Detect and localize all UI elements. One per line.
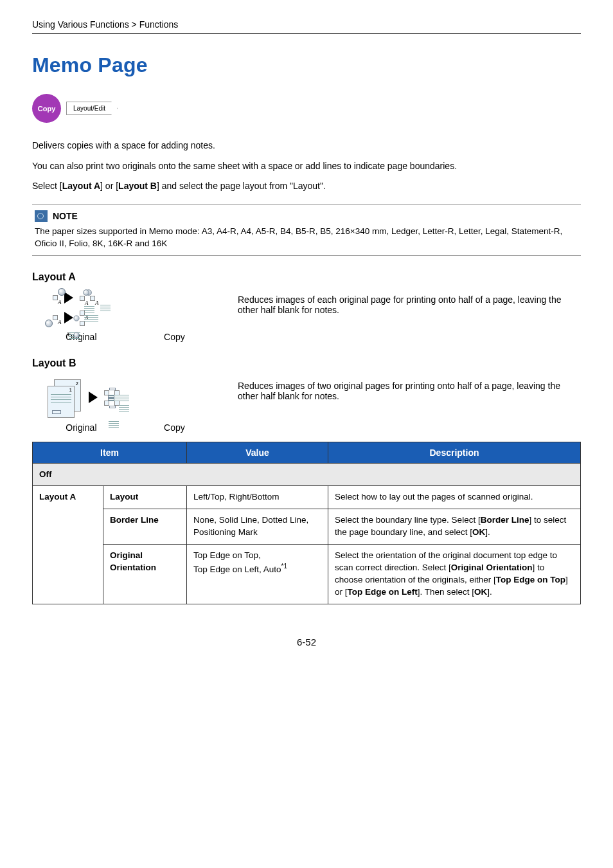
intro-p1: Delivers copies with a space for adding … (32, 140, 581, 152)
note-body: The paper sizes supported in Memo mode: … (35, 226, 578, 250)
cell-value: Left/Top, Right/Bottom (187, 486, 328, 509)
stacked-original-icon: 2 1 (45, 378, 84, 417)
layout-b-diagram: 2 1 Original Copy (32, 378, 218, 433)
arrow-icon (64, 292, 73, 303)
note-icon (35, 210, 48, 222)
layout-edit-badge: Layout/Edit (66, 102, 118, 115)
layout-b-heading: Layout B (32, 357, 581, 369)
cell-item: Layout (103, 486, 187, 509)
cell-desc: Select the boundary line type. Select [B… (328, 509, 581, 545)
intro-p3: Select [Layout A] or [Layout B] and sele… (32, 180, 581, 193)
layout-a-desc: Reduces images of each original page for… (238, 292, 581, 315)
arrow-icon (64, 312, 73, 323)
cell-item: Original Orientation (103, 545, 187, 604)
arrow-icon (89, 392, 98, 403)
cell-item: Border Line (103, 509, 187, 545)
row-off: Off (33, 463, 581, 486)
th-item: Item (33, 442, 187, 463)
th-value: Value (187, 442, 328, 463)
breadcrumb-divider (32, 33, 581, 34)
label-copy: Copy (164, 332, 185, 342)
note-label: NOTE (53, 211, 78, 221)
intro-p2: You can also print two originals onto th… (32, 160, 581, 173)
layout-b-desc: Reduces images of two original pages for… (238, 378, 581, 401)
copy-badge: Copy (32, 94, 61, 123)
cell-value: None, Solid Line, Dotted Line, Positioni… (187, 509, 328, 545)
label-original: Original (66, 422, 96, 433)
layout-a-diagram: A A A A A A Original Copy (32, 292, 218, 342)
th-desc: Description (328, 442, 581, 463)
cell-desc: Select how to lay out the pages of scann… (328, 486, 581, 509)
options-table: Item Value Description Off Layout A Layo… (32, 442, 581, 604)
cell-desc: Select the orientation of the original d… (328, 545, 581, 604)
layout-b-row: 2 1 Original Copy Reduces images of two … (32, 378, 581, 433)
layout-a-row: A A A A A A Original Copy Reduces image (32, 292, 581, 342)
note-box: NOTE The paper sizes supported in Memo m… (32, 204, 581, 256)
page-title: Memo Page (32, 53, 581, 77)
page-number: 6-52 (32, 637, 581, 647)
badge-row: Copy Layout/Edit (32, 94, 581, 123)
cell-layout-a: Layout A (33, 486, 103, 604)
layout-a-heading: Layout A (32, 271, 581, 283)
breadcrumb: Using Various Functions > Functions (32, 19, 581, 30)
label-copy: Copy (164, 422, 185, 433)
cell-value: Top Edge on Top, Top Edge on Left, Auto*… (187, 545, 328, 604)
